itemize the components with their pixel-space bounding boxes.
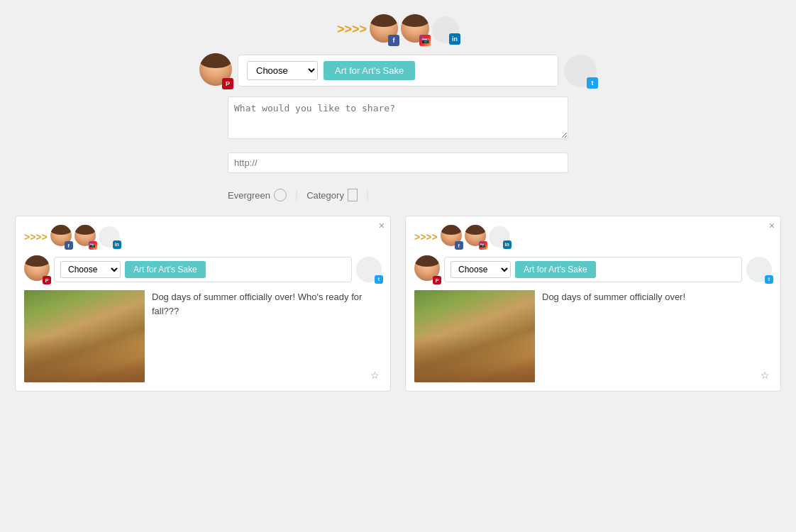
- category-item[interactable]: Category: [306, 189, 358, 201]
- card-2-account-row: >>>> f 📷 in: [414, 225, 772, 248]
- card-1-avatar-ig[interactable]: 📷: [74, 225, 96, 248]
- card-2-avatar-ig[interactable]: 📷: [465, 225, 486, 248]
- card-1-avatar-li[interactable]: in: [99, 226, 120, 248]
- post-button[interactable]: Art for Art's Sake: [324, 61, 415, 80]
- top-account-row: >>>> f 📷 in: [337, 14, 459, 45]
- choose-dropdown[interactable]: Choose: [247, 61, 318, 80]
- card-2-tw-badge: t: [765, 275, 773, 284]
- card-2-choose-dropdown[interactable]: Choose: [450, 261, 511, 278]
- card-2-post-button[interactable]: Art for Art's Sake: [515, 261, 596, 278]
- card-1-pt-badge: P: [43, 276, 51, 284]
- card-2-close[interactable]: ×: [769, 221, 775, 231]
- card-2-chevrons: >>>>: [414, 231, 438, 243]
- card-1-brand: >>>>: [24, 231, 48, 243]
- card-1-text: Dog days of summer officially over! Who'…: [152, 290, 382, 318]
- account-avatar-1[interactable]: f: [370, 14, 398, 45]
- card-1-avatar-fb[interactable]: f: [50, 225, 72, 248]
- card-1-choose-dropdown[interactable]: Choose: [60, 261, 121, 278]
- linkedin-badge-3: in: [449, 33, 460, 45]
- url-input[interactable]: [228, 153, 568, 173]
- card-1-account-row: >>>> f 📷 in: [24, 225, 382, 248]
- account-avatar-3[interactable]: in: [432, 16, 459, 43]
- evergreen-icon[interactable]: [274, 189, 287, 201]
- card-2-avatar-li[interactable]: in: [489, 226, 510, 248]
- card-2-brand: >>>>: [414, 231, 438, 243]
- card-1-fb-badge: f: [65, 241, 73, 250]
- card-2-content: Dog days of summer officially over!: [414, 290, 772, 382]
- card-2: × >>>> f 📷 in: [405, 216, 781, 392]
- instagram-badge-2: 📷: [419, 35, 431, 46]
- card-2-dog-image: [414, 290, 535, 382]
- brand-chevrons: >>>>: [337, 22, 367, 37]
- card-1-ig-badge: 📷: [89, 241, 97, 250]
- category-label: Category: [306, 190, 344, 201]
- card-1-tw-avatar[interactable]: t: [356, 257, 382, 282]
- card-2-image: [414, 290, 535, 382]
- evergreen-label: Evergreen: [228, 190, 270, 201]
- card-2-star[interactable]: ☆: [755, 365, 775, 385]
- evergreen-item[interactable]: Evergreen: [228, 189, 287, 201]
- card-1-composer-header: P Choose Art for Art's Sake t: [24, 255, 382, 283]
- card-1-content: Dog days of summer officially over! Who'…: [24, 290, 382, 382]
- card-2-composer-header: P Choose Art for Art's Sake t: [414, 255, 772, 283]
- card-2-fb-badge: f: [455, 241, 463, 250]
- card-1-dog-image: [24, 290, 145, 382]
- card-1-post-button[interactable]: Art for Art's Sake: [125, 261, 206, 278]
- composer-avatar-twitter[interactable]: t: [564, 55, 597, 87]
- brand-logo: >>>>: [337, 22, 367, 37]
- divider2: |: [366, 189, 369, 201]
- card-2-ig-badge: 📷: [479, 241, 487, 250]
- category-icon[interactable]: [348, 189, 358, 201]
- twitter-badge: t: [587, 77, 598, 89]
- card-1-chevrons: >>>>: [24, 231, 48, 243]
- card-1-image: [24, 290, 145, 382]
- card-1-star[interactable]: ☆: [365, 365, 385, 385]
- meta-row: Evergreen | Category |: [228, 189, 568, 201]
- pinterest-badge: P: [222, 78, 233, 89]
- card-2-pt-avatar[interactable]: P: [414, 255, 440, 283]
- card-1-li-badge: in: [113, 240, 121, 249]
- card-1-pt-avatar[interactable]: P: [24, 255, 50, 283]
- card-2-text: Dog days of summer officially over!: [542, 290, 685, 304]
- card-2-avatar-fb[interactable]: f: [441, 225, 462, 248]
- card-1: × >>>> f 📷 in: [15, 216, 391, 392]
- card-1-close[interactable]: ×: [379, 221, 385, 231]
- card-2-tw-avatar[interactable]: t: [746, 257, 772, 282]
- composer-avatar-pinterest[interactable]: P: [199, 53, 232, 88]
- divider: |: [295, 189, 298, 201]
- account-avatar-2[interactable]: 📷: [401, 14, 429, 45]
- facebook-badge-1: f: [388, 35, 399, 46]
- card-1-tw-badge: t: [375, 275, 383, 284]
- cards-row: × >>>> f 📷 in: [8, 216, 788, 392]
- share-textarea[interactable]: [228, 96, 568, 139]
- card-2-li-badge: in: [503, 240, 512, 249]
- card-2-pt-badge: P: [433, 276, 441, 284]
